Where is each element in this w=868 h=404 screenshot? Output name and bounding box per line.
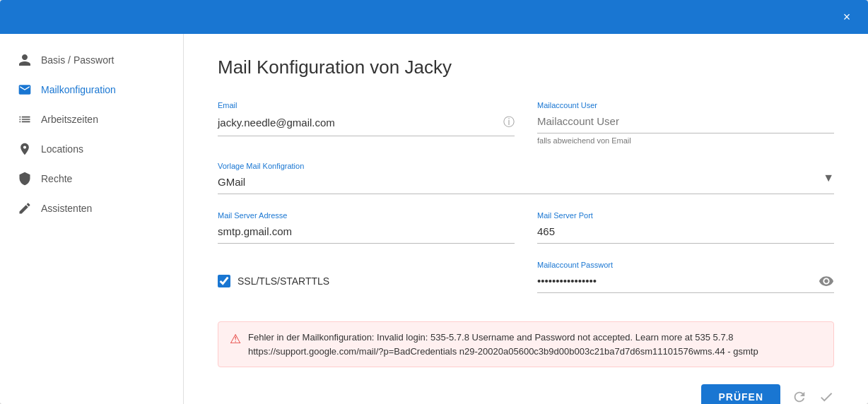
mail-port-label: Mail Server Port: [537, 211, 834, 220]
mail-icon: [17, 82, 33, 97]
vorlage-label: Vorlage Mail Konfigration: [218, 162, 834, 170]
page-title: Mail Konfiguration von Jacky: [218, 57, 834, 78]
mail-server-input[interactable]: [218, 222, 515, 244]
list-icon: [17, 112, 33, 127]
mailaccount-user-input[interactable]: [537, 112, 834, 133]
sidebar-label-assistenten: Assistenten: [41, 203, 92, 214]
mailaccount-user-group: Mailaccount User falls abweichend von Em…: [537, 101, 834, 145]
sidebar-label-mailkonfiguration: Mailkonfiguration: [41, 84, 116, 95]
email-value: jacky.needle@gmail.com: [218, 117, 335, 129]
password-field-wrapper: [537, 272, 834, 293]
mail-port-input[interactable]: [537, 222, 834, 244]
mailaccount-user-sublabel: falls abweichend von Email: [537, 136, 834, 145]
content-area: Basis / Passwort Mailkonfiguration Arbei…: [0, 34, 868, 404]
password-group: Mailaccount Passwort: [537, 261, 834, 293]
close-button[interactable]: ×: [837, 7, 857, 27]
sidebar-item-arbeitszeiten[interactable]: Arbeitszeiten: [0, 105, 183, 134]
help-icon[interactable]: ⓘ: [503, 115, 515, 130]
mail-server-group: Mail Server Adresse: [218, 211, 515, 244]
sidebar-item-assistenten[interactable]: Assistenten: [0, 194, 183, 223]
mail-port-group: Mail Server Port: [537, 211, 834, 244]
error-box: ⚠ Fehler in der Mailkonfiguration: Inval…: [218, 321, 834, 367]
email-section: Email jacky.needle@gmail.com ⓘ Mailaccou…: [218, 101, 834, 145]
ssl-checkbox-label: SSL/TLS/STARTTLS: [237, 275, 329, 287]
pruefen-button[interactable]: PRÜFEN: [701, 384, 780, 404]
ssl-checkbox-group: SSL/TLS/STARTTLS: [218, 261, 515, 287]
sidebar-label-arbeitszeiten: Arbeitszeiten: [41, 114, 98, 125]
sidebar: Basis / Passwort Mailkonfiguration Arbei…: [0, 34, 184, 404]
sidebar-item-rechte[interactable]: Rechte: [0, 164, 183, 194]
title-bar: ×: [0, 0, 868, 34]
mail-server-label: Mail Server Adresse: [218, 211, 515, 220]
vorlage-group: Vorlage Mail Konfigration GMail Outlook …: [218, 162, 834, 194]
shield-icon: [17, 171, 33, 186]
error-text: Fehler in der Mailkonfiguration: Invalid…: [248, 331, 758, 358]
action-bar: PRÜFEN: [218, 384, 834, 404]
eye-icon[interactable]: [819, 273, 834, 292]
vorlage-select[interactable]: GMail Outlook Yahoo Custom: [218, 173, 834, 194]
sidebar-item-mailkonfiguration[interactable]: Mailkonfiguration: [0, 75, 183, 105]
confirm-button[interactable]: [819, 389, 834, 404]
sidebar-label-rechte: Rechte: [41, 173, 72, 184]
server-section: Mail Server Adresse Mail Server Port: [218, 211, 834, 244]
person-icon: [17, 52, 33, 68]
sidebar-item-locations[interactable]: Locations: [0, 134, 183, 164]
app-window: × Basis / Passwort Mailkonfigu: [0, 0, 868, 404]
ssl-password-row: SSL/TLS/STARTTLS Mailaccount Passwort: [218, 261, 834, 304]
error-icon: ⚠: [230, 331, 241, 347]
email-group: Email jacky.needle@gmail.com ⓘ: [218, 101, 515, 145]
location-icon: [17, 141, 33, 157]
refresh-button[interactable]: [792, 389, 807, 404]
password-input[interactable]: [537, 272, 819, 292]
mailaccount-user-label: Mailaccount User: [537, 101, 834, 109]
ssl-checkbox[interactable]: [218, 275, 230, 287]
sidebar-label-locations: Locations: [41, 143, 83, 155]
email-value-row: jacky.needle@gmail.com ⓘ: [218, 112, 515, 136]
main-content: Mail Konfiguration von Jacky Email jacky…: [184, 34, 868, 404]
email-label: Email: [218, 101, 515, 109]
password-label: Mailaccount Passwort: [537, 261, 834, 269]
pencil-icon: [17, 201, 33, 216]
sidebar-label-basis: Basis / Passwort: [41, 54, 114, 66]
sidebar-item-basis[interactable]: Basis / Passwort: [0, 45, 183, 75]
